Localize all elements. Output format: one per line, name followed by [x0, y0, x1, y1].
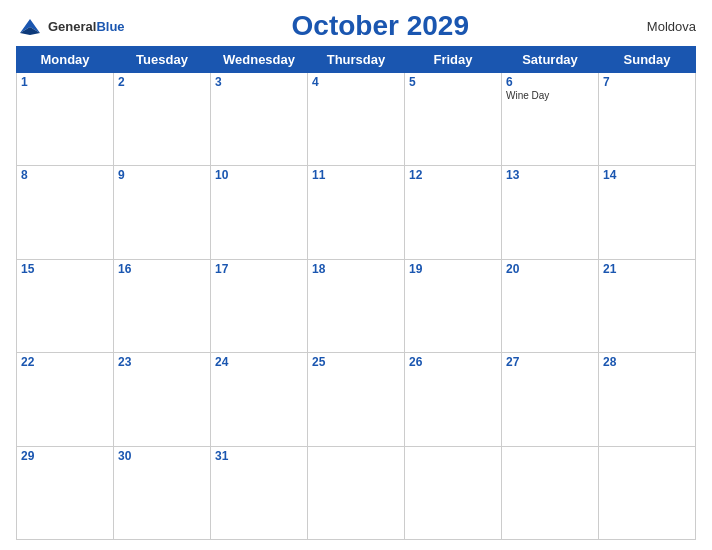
day-number: 5 [409, 75, 497, 89]
calendar-cell: 14 [599, 166, 696, 259]
day-number: 27 [506, 355, 594, 369]
day-number: 24 [215, 355, 303, 369]
day-number: 2 [118, 75, 206, 89]
calendar-cell: 23 [114, 353, 211, 446]
event-label: Wine Day [506, 90, 594, 101]
calendar-cell [599, 446, 696, 539]
day-number: 25 [312, 355, 400, 369]
day-number: 18 [312, 262, 400, 276]
logo: GeneralBlue [16, 15, 125, 37]
calendar-title: October 2029 [125, 10, 636, 42]
day-number: 10 [215, 168, 303, 182]
day-number: 23 [118, 355, 206, 369]
calendar-cell: 29 [17, 446, 114, 539]
calendar-cell: 10 [211, 166, 308, 259]
logo-text: GeneralBlue [48, 17, 125, 35]
calendar-cell: 28 [599, 353, 696, 446]
day-number: 7 [603, 75, 691, 89]
weekday-header-monday: Monday [17, 47, 114, 73]
day-number: 1 [21, 75, 109, 89]
day-number: 3 [215, 75, 303, 89]
calendar-cell: 19 [405, 259, 502, 352]
day-number: 4 [312, 75, 400, 89]
weekday-header-wednesday: Wednesday [211, 47, 308, 73]
calendar-cell: 25 [308, 353, 405, 446]
calendar-cell: 6Wine Day [502, 73, 599, 166]
day-number: 29 [21, 449, 109, 463]
calendar-cell: 8 [17, 166, 114, 259]
day-number: 21 [603, 262, 691, 276]
day-number: 20 [506, 262, 594, 276]
calendar-cell: 12 [405, 166, 502, 259]
country-label: Moldova [636, 19, 696, 34]
calendar-cell: 18 [308, 259, 405, 352]
calendar-cell: 16 [114, 259, 211, 352]
calendar-cell [405, 446, 502, 539]
calendar-cell: 11 [308, 166, 405, 259]
calendar-cell: 2 [114, 73, 211, 166]
logo-bird-icon [16, 15, 44, 37]
day-number: 31 [215, 449, 303, 463]
calendar-cell: 17 [211, 259, 308, 352]
calendar-week-4: 22232425262728 [17, 353, 696, 446]
calendar-cell: 27 [502, 353, 599, 446]
calendar-week-3: 15161718192021 [17, 259, 696, 352]
day-number: 30 [118, 449, 206, 463]
calendar-table: MondayTuesdayWednesdayThursdayFridaySatu… [16, 46, 696, 540]
calendar-cell: 24 [211, 353, 308, 446]
day-number: 14 [603, 168, 691, 182]
weekday-header-row: MondayTuesdayWednesdayThursdayFridaySatu… [17, 47, 696, 73]
day-number: 22 [21, 355, 109, 369]
logo-blue: Blue [96, 19, 124, 34]
page-header: GeneralBlue October 2029 Moldova [16, 10, 696, 42]
day-number: 12 [409, 168, 497, 182]
day-number: 26 [409, 355, 497, 369]
calendar-cell: 9 [114, 166, 211, 259]
calendar-cell: 13 [502, 166, 599, 259]
calendar-cell: 26 [405, 353, 502, 446]
calendar-cell [308, 446, 405, 539]
calendar-cell: 4 [308, 73, 405, 166]
calendar-cell: 22 [17, 353, 114, 446]
calendar-week-2: 891011121314 [17, 166, 696, 259]
weekday-header-tuesday: Tuesday [114, 47, 211, 73]
day-number: 19 [409, 262, 497, 276]
calendar-cell: 5 [405, 73, 502, 166]
logo-general: General [48, 19, 96, 34]
calendar-week-5: 293031 [17, 446, 696, 539]
day-number: 9 [118, 168, 206, 182]
day-number: 17 [215, 262, 303, 276]
calendar-cell [502, 446, 599, 539]
calendar-week-1: 123456Wine Day7 [17, 73, 696, 166]
calendar-cell: 3 [211, 73, 308, 166]
weekday-header-thursday: Thursday [308, 47, 405, 73]
calendar-cell: 30 [114, 446, 211, 539]
calendar-cell: 15 [17, 259, 114, 352]
day-number: 16 [118, 262, 206, 276]
weekday-header-sunday: Sunday [599, 47, 696, 73]
day-number: 13 [506, 168, 594, 182]
day-number: 28 [603, 355, 691, 369]
weekday-header-saturday: Saturday [502, 47, 599, 73]
day-number: 15 [21, 262, 109, 276]
day-number: 6 [506, 75, 594, 89]
day-number: 11 [312, 168, 400, 182]
weekday-header-friday: Friday [405, 47, 502, 73]
calendar-cell: 31 [211, 446, 308, 539]
calendar-cell: 1 [17, 73, 114, 166]
day-number: 8 [21, 168, 109, 182]
calendar-cell: 7 [599, 73, 696, 166]
calendar-cell: 21 [599, 259, 696, 352]
calendar-cell: 20 [502, 259, 599, 352]
